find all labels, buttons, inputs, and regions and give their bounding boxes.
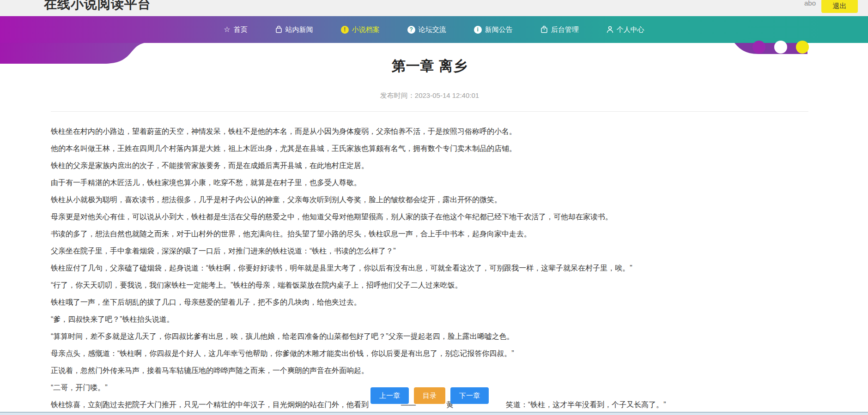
nav-item-label: 论坛交流 (419, 25, 446, 34)
decorative-dots (753, 41, 809, 54)
nav-item-home[interactable]: ☆ 首页 (224, 25, 247, 34)
paragraph: 铁柱坐在村内的小路边，望着蔚蓝的天空，神情发呆，铁柱不是他的本名，而是从小因为身… (51, 123, 808, 140)
logout-button[interactable]: 退出 (821, 0, 858, 13)
site-title: 在线小说阅读平台 (44, 0, 151, 13)
username-label: abo (804, 0, 816, 7)
nav-item-label: 站内新闻 (285, 25, 313, 34)
publish-time-value: 2023-05-14 12:40:01 (415, 91, 479, 99)
topbar: 在线小说阅读平台 abo 退出 (0, 0, 868, 16)
bag-icon (275, 26, 282, 33)
paragraph: 正说着，忽然门外传来马声，接着马车轱辘压地的哗哗声随之而来，一个爽朗的声音在外面… (51, 362, 808, 379)
paragraph: 书读的多了，想法自然也就随之而来，对于山村外的世界，他充满向往。抬头望了望小路的… (51, 225, 808, 242)
paragraph: 铁柱应付了几句，父亲磕了磕烟袋，起身说道：“铁柱啊，你要好好读书，明年就是县里大… (51, 259, 808, 277)
topbar-right: abo 退出 (804, 0, 858, 13)
paragraph: “算算时间，差不多就是这几天了，你四叔比爹有出息，唉，孩儿他娘，给老四准备的山菜… (51, 328, 808, 345)
publish-time: 发布时间：2023-05-14 12:40:01 (51, 91, 808, 100)
briefcase-icon (540, 26, 548, 33)
prev-chapter-button[interactable]: 上一章 (370, 387, 409, 404)
user-icon (607, 26, 613, 33)
paragraph: “爹，四叔快来了吧？”铁柱抬头说道。 (51, 311, 808, 328)
paragraph: 铁柱从小就极为聪明，喜欢读书，想法很多，几乎是村子内公认的神童，父亲每次听到别人… (51, 191, 808, 208)
chapter-content: 第一章 离乡 发布时间：2023-05-14 12:40:01 铁柱坐在村内的小… (51, 43, 808, 413)
nav-item-label: 新闻公告 (485, 25, 513, 34)
nav-item-forum[interactable]: ? 论坛交流 (407, 25, 446, 34)
white-dot (774, 41, 787, 54)
toc-button[interactable]: 目录 (414, 387, 445, 404)
paragraph: “行了，你天天叨叨，要我说，我们家铁柱一定能考上。”铁柱的母亲，端着饭菜放在院内… (51, 277, 808, 294)
chapter-title: 第一章 离乡 (51, 57, 808, 76)
paragraph: 母亲点头，感慨道：“铁柱啊，你四叔是个好人，这几年幸亏他帮助，你爹做的木雕才能卖… (51, 345, 808, 362)
nav-item-admin[interactable]: 后台管理 (540, 25, 579, 34)
main-nav: ☆ 首页 站内新闻 ! 小说档案 ? 论坛交流 i 新闻公告 后台管理 (0, 16, 868, 43)
horizontal-scrollbar[interactable] (0, 412, 868, 415)
nav-item-label: 后台管理 (551, 25, 579, 34)
nav-item-label: 个人中心 (617, 25, 644, 34)
paragraph: 母亲更是对他关心有佳，可以说从小到大，铁柱都是生活在父母的慈爱之中，他知道父母对… (51, 208, 808, 225)
nav-item-announcements[interactable]: i 新闻公告 (474, 25, 513, 34)
next-chapter-button[interactable]: 下一章 (450, 387, 489, 404)
nav-item-novel-archive[interactable]: ! 小说档案 (341, 25, 380, 34)
paragraph: 由于有一手精湛的木匠活儿，铁柱家境也算小康，吃穿不愁，就算是在村子里，也多受人尊… (51, 174, 808, 191)
nav-item-site-news[interactable]: 站内新闻 (275, 25, 313, 34)
chapter-pager: 上一章 目录 下一章 (51, 387, 808, 404)
chapter-paragraphs: 铁柱坐在村内的小路边，望着蔚蓝的天空，神情发呆，铁柱不是他的本名，而是从小因为身… (51, 123, 808, 413)
paragraph: 父亲坐在院子里，手中拿着烟袋，深深的吸了一口后，对推门进来的铁柱说道：“铁柱，书… (51, 242, 808, 259)
star-icon: ☆ (224, 26, 230, 33)
nav-item-label: 首页 (234, 25, 248, 34)
nav-item-profile[interactable]: 个人中心 (607, 25, 644, 34)
nav-item-label: 小说档案 (352, 25, 380, 34)
nav-items: ☆ 首页 站内新闻 ! 小说档案 ? 论坛交流 i 新闻公告 后台管理 (0, 16, 868, 43)
divider (51, 111, 808, 112)
paragraph: 铁柱的父亲是家族内庶出的次子，不能接管家族要务，而是在成婚后离开县城，在此地村庄… (51, 157, 808, 174)
left-wave-decoration (0, 43, 148, 64)
purple-dot (753, 41, 765, 54)
exclamation-circle-icon: ! (341, 26, 349, 34)
paragraph: 他的本名叫做王林，王姓在四周几个村落内算是大姓，祖上木匠出身，尤其是在县城，王氏… (51, 140, 808, 157)
paragraph: 铁柱哦了一声，坐下后胡乱的拔了几口，母亲慈爱的望着儿子，把不多的几块肉，给他夹过… (51, 294, 808, 311)
publish-time-label: 发布时间： (380, 91, 415, 99)
yellow-dot (796, 41, 809, 54)
info-circle-icon: i (474, 26, 482, 34)
question-circle-icon: ? (407, 26, 415, 34)
